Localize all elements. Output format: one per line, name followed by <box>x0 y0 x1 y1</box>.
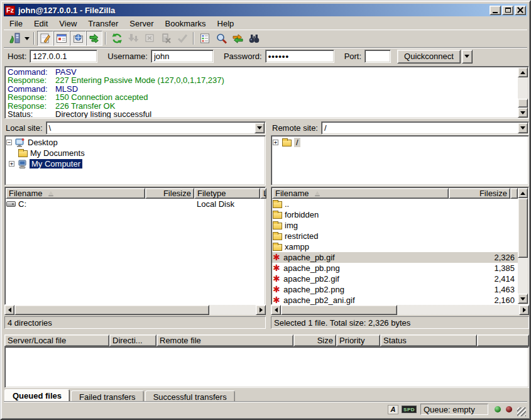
menu-view[interactable]: View <box>53 18 82 30</box>
local-treeview-icon <box>56 33 68 44</box>
maximize-button[interactable] <box>502 6 513 15</box>
username-input[interactable] <box>151 50 214 63</box>
remote-list-hscrollbar[interactable] <box>271 305 529 315</box>
scroll-down-button[interactable] <box>518 108 528 118</box>
log-scrollbar[interactable] <box>518 67 528 118</box>
password-input[interactable] <box>265 50 334 63</box>
verify-button[interactable] <box>174 31 190 46</box>
file-row[interactable]: img <box>272 220 518 231</box>
toggle-remote-tree-button[interactable] <box>70 31 86 46</box>
file-row[interactable]: xampp <box>272 241 518 252</box>
menu-help[interactable]: Help <box>212 18 240 30</box>
remote-treeview-icon <box>72 33 84 44</box>
scroll-left-button[interactable] <box>271 305 281 315</box>
folder-icon <box>273 212 282 219</box>
log-label: Command: <box>8 85 55 93</box>
scroll-thumb[interactable] <box>518 99 528 108</box>
file-row[interactable]: forbidden <box>272 209 518 220</box>
column-last-modified[interactable]: Last modified <box>260 188 266 199</box>
file-search-button[interactable] <box>213 31 229 46</box>
scroll-right-button[interactable] <box>519 305 529 315</box>
local-site-combo[interactable]: \ <box>46 121 266 135</box>
expand-toggle[interactable]: + <box>273 140 278 145</box>
folder-icon <box>282 140 292 146</box>
site-manager-button[interactable] <box>6 31 23 46</box>
quickconnect-button[interactable]: Quickconnect <box>397 50 461 64</box>
compare-arrows-icon <box>232 33 244 44</box>
sort-asc-icon <box>315 191 320 196</box>
tree-item-root[interactable]: + / <box>273 137 527 148</box>
menu-server[interactable]: Server <box>124 18 159 30</box>
tree-item-my-computer[interactable]: + My Computer <box>6 158 264 169</box>
column-filesize[interactable]: Filesize <box>449 188 510 199</box>
port-input[interactable] <box>364 50 391 63</box>
column-status[interactable]: Status <box>380 334 477 346</box>
column-direction[interactable]: Directi... <box>109 334 156 346</box>
file-row-selected[interactable]: ✱apache_pb.gif2,326 <box>272 252 518 263</box>
speed-limit-icon[interactable]: SPD <box>402 406 417 413</box>
quickconnect-bar: Host: Username: Password: Port: Quickcon… <box>4 47 527 65</box>
toggle-message-log-button[interactable] <box>37 31 53 46</box>
toggle-local-tree-button[interactable] <box>53 31 70 46</box>
site-manager-dropdown[interactable] <box>23 31 31 46</box>
scroll-right-button[interactable] <box>256 305 266 315</box>
column-filename[interactable]: Filename <box>272 188 449 199</box>
file-row[interactable]: ✱apache_pb2_ani.gif2,160 <box>272 295 518 305</box>
scroll-up-button[interactable] <box>518 67 528 77</box>
remote-site-combo[interactable]: / <box>321 121 529 135</box>
column-filetype[interactable]: Filetype <box>194 188 260 199</box>
host-input[interactable] <box>30 50 97 63</box>
column-filename[interactable]: Filename <box>6 188 145 199</box>
scroll-down-button[interactable] <box>518 294 528 304</box>
resize-grip[interactable] <box>517 407 526 416</box>
transfer-type-icon[interactable]: A <box>388 405 398 414</box>
minimize-button[interactable] <box>490 6 501 15</box>
compare-directories-button[interactable] <box>229 31 246 46</box>
scroll-left-button[interactable] <box>4 305 14 315</box>
menu-transfer[interactable]: Transfer <box>82 18 124 30</box>
find-files-button[interactable] <box>246 31 262 46</box>
disconnect-button[interactable] <box>158 31 174 46</box>
column-remote-file[interactable]: Remote file <box>156 334 293 346</box>
menu-bookmarks[interactable]: Bookmarks <box>160 18 212 30</box>
tree-item-desktop[interactable]: − Desktop <box>6 137 264 148</box>
scroll-up-button[interactable] <box>518 188 528 198</box>
collapse-toggle[interactable]: − <box>6 140 12 145</box>
tree-label[interactable]: Desktop <box>28 138 58 147</box>
file-row[interactable]: ✱apache_pb2.png1,463 <box>272 284 518 295</box>
column-priority[interactable]: Priority <box>336 334 380 346</box>
tree-label-root[interactable]: / <box>294 138 300 147</box>
tree-label[interactable]: My Documents <box>30 148 85 158</box>
tree-item-my-documents[interactable]: My Documents <box>6 148 264 158</box>
local-site-dropdown[interactable] <box>255 123 265 133</box>
tree-label-selected[interactable]: My Computer <box>30 159 82 169</box>
column-server-local-file[interactable]: Server/Local file <box>4 334 109 346</box>
menu-file[interactable]: File <box>4 18 28 30</box>
file-row[interactable]: C: Local Disk <box>6 199 265 209</box>
toggle-queue-button[interactable] <box>86 31 102 46</box>
file-row[interactable]: ✱apache_pb.png1,385 <box>272 263 518 274</box>
file-row[interactable]: restricted <box>272 231 518 241</box>
scroll-thumb[interactable] <box>281 305 397 315</box>
refresh-button[interactable] <box>109 31 125 46</box>
column-filesize[interactable]: Filesize <box>145 188 194 199</box>
local-list-hscrollbar[interactable] <box>4 305 266 315</box>
expand-toggle[interactable]: + <box>9 161 14 167</box>
remote-site-dropdown[interactable] <box>518 123 528 133</box>
cancel-operation-button[interactable] <box>141 31 158 46</box>
file-row[interactable]: .. <box>272 199 518 209</box>
filezilla-logo-icon: Fz <box>5 6 15 15</box>
tab-queued-files[interactable]: Queued files <box>4 389 70 402</box>
scroll-thumb[interactable] <box>518 198 528 258</box>
filter-button[interactable] <box>197 31 213 46</box>
menu-edit[interactable]: Edit <box>28 18 53 30</box>
titlebar[interactable]: Fz john@127.0.0.1 - FileZilla <box>4 4 527 16</box>
remote-list-scrollbar[interactable] <box>518 188 528 304</box>
quickconnect-dropdown[interactable] <box>462 50 473 64</box>
scroll-thumb[interactable] <box>14 305 209 315</box>
chevron-down-icon <box>257 126 262 130</box>
file-row[interactable]: ✱apache_pb2.gif2,414 <box>272 274 518 284</box>
process-queue-button[interactable] <box>125 31 141 46</box>
column-size[interactable]: Size <box>293 334 336 346</box>
close-button[interactable] <box>515 6 526 15</box>
